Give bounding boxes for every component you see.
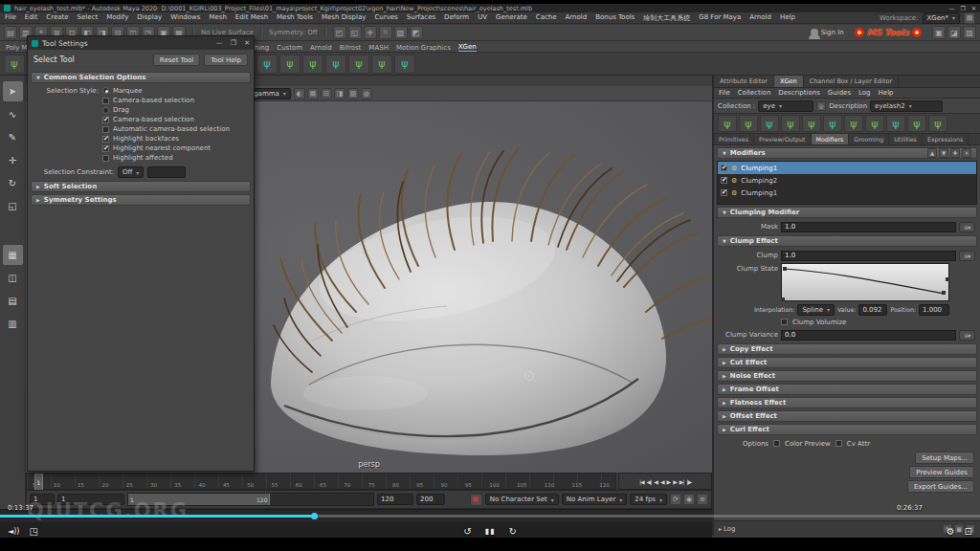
modifier-list-item[interactable]: Clumping2 <box>718 174 976 187</box>
status-icon[interactable]: ◩ <box>410 26 423 39</box>
layout-shortcut-icon[interactable]: ▥ <box>3 314 23 334</box>
transport-button[interactable]: ▶| <box>679 478 685 485</box>
viewport-toolbar-icon[interactable]: ▤ <box>307 88 319 99</box>
toolbox-tool-icon[interactable]: ✛ <box>3 150 23 170</box>
option-checkbox[interactable] <box>102 117 109 123</box>
anim-end-field[interactable]: 200 <box>416 494 445 505</box>
menu-item[interactable]: Deform <box>444 13 469 23</box>
shelf-tool-icon[interactable]: ψ <box>256 55 278 74</box>
xgen-tool-icon[interactable]: ψ <box>928 115 947 132</box>
forward-icon[interactable]: ↻ <box>508 526 516 537</box>
anim-layer-select[interactable]: No Anim Layer <box>562 494 628 505</box>
layout-shortcut-icon[interactable]: ▦ <box>3 245 23 265</box>
modifier-list-action-icon[interactable]: ✚ <box>950 148 960 158</box>
option-checkbox[interactable] <box>102 136 109 143</box>
viewport-toolbar-icon[interactable]: ◍ <box>361 88 372 99</box>
shelf-tab[interactable]: Custom <box>277 44 302 52</box>
xgen-tool-icon[interactable]: ψ <box>844 115 863 132</box>
workspace-select[interactable]: XGen* <box>923 12 960 24</box>
tool-settings-window[interactable]: Tool Settings — ❐ ✕ Select Tool Reset To… <box>27 35 255 472</box>
description-select[interactable]: eyelash2 <box>870 100 943 112</box>
close-button[interactable]: ✕ <box>971 5 976 11</box>
xgen-menu-item[interactable]: File <box>719 89 730 97</box>
transport-button[interactable]: ◀| <box>646 478 653 485</box>
xgen-tab[interactable]: Modifiers <box>812 134 850 144</box>
menu-item[interactable]: Cache <box>536 13 557 23</box>
xgen-menu-item[interactable]: Guides <box>828 89 851 97</box>
clump-map-button[interactable] <box>959 251 975 261</box>
cv-attr-checkbox[interactable] <box>835 440 842 447</box>
transport-button[interactable]: |◀ <box>638 478 645 485</box>
menu-item[interactable]: Mesh <box>209 13 226 23</box>
xgen-tool-icon[interactable]: ψ <box>907 115 926 132</box>
clumping-modifier-header[interactable]: Clumping Modifier <box>717 207 977 218</box>
transport-button[interactable]: ▶ <box>666 478 672 485</box>
sign-in-button[interactable]: Sign In <box>811 29 844 36</box>
ms-tools-badge[interactable]: MS Tools <box>855 28 922 37</box>
menu-item[interactable]: Curves <box>374 13 397 23</box>
status-icon[interactable]: ✛ <box>364 26 377 39</box>
shelf-tool-icon[interactable]: ψ <box>302 55 323 74</box>
menu-item[interactable]: Arnold <box>566 13 588 23</box>
section-common-selection-options[interactable]: Common Selection Options <box>31 72 251 83</box>
toolbox-tool-icon[interactable]: ∿ <box>3 104 23 124</box>
shelf-tool-icon[interactable]: ψ <box>279 55 301 74</box>
shelf-tab[interactable]: XGen <box>458 43 477 52</box>
toolbox-tool-icon[interactable]: ◱ <box>3 196 23 216</box>
tool-settings-titlebar[interactable]: Tool Settings — ❐ ✕ <box>28 36 254 50</box>
toolbox-tool-icon[interactable]: ➤ <box>3 81 23 101</box>
modifier-enabled-checkbox[interactable] <box>721 177 727 184</box>
xgen-tab[interactable]: Utilities <box>889 134 923 144</box>
status-icon[interactable]: ▣ <box>932 26 946 39</box>
xgen-tab[interactable]: Grooming <box>849 134 889 144</box>
selection-constraint-select[interactable]: Off <box>118 166 144 178</box>
menu-item[interactable]: Windows <box>170 13 200 23</box>
marquee-radio[interactable] <box>102 87 109 94</box>
setup-maps-button[interactable]: Setup Maps... <box>915 452 974 464</box>
option-checkbox[interactable] <box>102 126 109 133</box>
xgen-tool-icon[interactable]: ψ <box>739 115 758 132</box>
symmetry-status[interactable]: Symmetry: Off <box>269 29 318 36</box>
status-icon[interactable]: ▤ <box>4 26 17 39</box>
panel-tab[interactable]: XGen <box>774 76 804 87</box>
menu-item[interactable]: Surfaces <box>407 13 435 23</box>
transport-button[interactable]: ◀ <box>659 478 665 485</box>
auto-key-button[interactable] <box>470 494 482 506</box>
collapsed-section-header[interactable]: Copy Effect <box>717 343 977 355</box>
clump-volumize-checkbox[interactable] <box>781 319 788 325</box>
character-set-select[interactable]: No Character Set <box>485 494 559 505</box>
modifier-enabled-checkbox[interactable] <box>721 189 727 196</box>
tool-settings-option-row[interactable]: Highlight backfaces <box>28 134 254 143</box>
clump-field[interactable]: 1.0 <box>781 251 956 261</box>
reset-tool-button[interactable]: Reset Tool <box>153 54 200 66</box>
collection-select[interactable]: eye <box>758 100 813 112</box>
focus-icon[interactable]: ◎ <box>816 101 826 111</box>
xgen-tab[interactable]: Expressions <box>923 134 969 144</box>
xgen-menu-item[interactable]: Help <box>879 89 894 97</box>
clump-effect-header[interactable]: Clump Effect <box>717 235 977 247</box>
toolbox-tool-icon[interactable]: ↻ <box>3 173 23 193</box>
menu-item[interactable]: Mesh Display <box>322 13 366 23</box>
menu-item[interactable]: Bonus Tools <box>595 13 635 23</box>
pip-icon[interactable]: ◳ <box>29 526 37 537</box>
option-checkbox[interactable] <box>102 145 109 152</box>
status-icon[interactable]: ▧ <box>394 26 408 39</box>
constraint-extra-field[interactable] <box>147 166 186 178</box>
modifiers-section-header[interactable]: Modifiers ▲▼✚✕ <box>717 147 977 159</box>
settings-gear-icon[interactable]: ⚙ <box>947 526 955 537</box>
xgen-tool-icon[interactable]: ψ <box>718 115 737 132</box>
xgen-tool-icon[interactable]: ψ <box>781 115 800 132</box>
workspace-settings-icon[interactable]: ▤ <box>964 12 975 24</box>
menu-item[interactable]: Arnold <box>749 13 771 23</box>
clump-variance-map-button[interactable] <box>959 330 975 341</box>
playback-end-field[interactable]: 120 <box>377 494 413 505</box>
shelf-tool-icon[interactable]: ψ <box>371 55 392 74</box>
status-icon[interactable]: ◱ <box>348 26 362 39</box>
menu-item[interactable]: Modify <box>106 13 128 23</box>
option-checkbox[interactable] <box>102 107 109 114</box>
menu-item[interactable]: Select <box>78 13 99 23</box>
menu-item[interactable]: Generate <box>496 13 527 23</box>
modifier-enabled-checkbox[interactable] <box>721 165 727 171</box>
current-frame-marker[interactable]: 1 <box>34 474 43 491</box>
status-icon[interactable]: ▨ <box>963 26 976 39</box>
